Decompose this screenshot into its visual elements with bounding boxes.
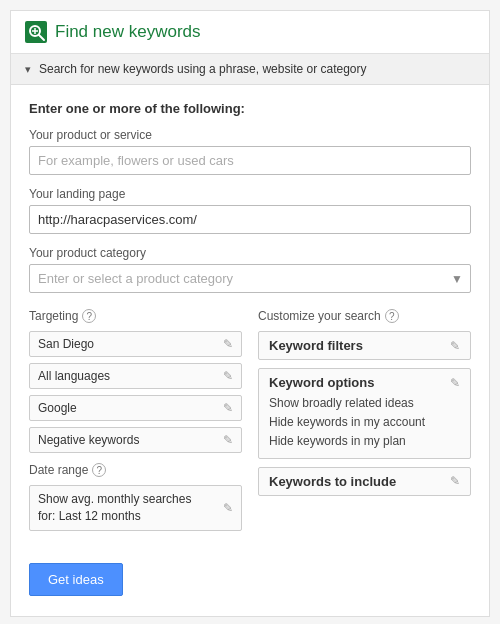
- product-input[interactable]: [29, 146, 471, 175]
- customize-help-icon[interactable]: ?: [385, 309, 399, 323]
- main-container: Find new keywords ▾ Search for new keywo…: [10, 10, 490, 617]
- keywords-include-item[interactable]: Keywords to include ✎: [258, 467, 471, 496]
- toggle-label: Search for new keywords using a phrase, …: [39, 62, 367, 76]
- edit-icon: ✎: [223, 369, 233, 383]
- date-range-box[interactable]: Show avg. monthly searches for: Last 12 …: [29, 485, 242, 531]
- edit-icon: ✎: [223, 501, 233, 515]
- get-ideas-button[interactable]: Get ideas: [29, 563, 123, 596]
- edit-icon: ✎: [450, 376, 460, 390]
- edit-icon: ✎: [450, 474, 460, 488]
- targeting-location[interactable]: San Diego ✎: [29, 331, 242, 357]
- category-label: Your product category: [29, 246, 471, 260]
- category-select[interactable]: Enter or select a product category: [29, 264, 471, 293]
- landing-page-input[interactable]: [29, 205, 471, 234]
- keyword-options-sub: Show broadly related ideas Hide keywords…: [269, 394, 460, 452]
- targeting-network[interactable]: Google ✎: [29, 395, 242, 421]
- two-col-section: Targeting ? San Diego ✎ All languages ✎ …: [29, 309, 471, 531]
- customize-label: Customize your search ?: [258, 309, 471, 323]
- targeting-label: Targeting ?: [29, 309, 242, 323]
- edit-icon: ✎: [223, 401, 233, 415]
- page-header: Find new keywords: [11, 11, 489, 54]
- keyword-filters-item[interactable]: Keyword filters ✎: [258, 331, 471, 360]
- targeting-col: Targeting ? San Diego ✎ All languages ✎ …: [29, 309, 242, 531]
- targeting-negative[interactable]: Negative keywords ✎: [29, 427, 242, 453]
- keyword-options-item[interactable]: Keyword options ✎ Show broadly related i…: [258, 368, 471, 459]
- edit-icon: ✎: [223, 337, 233, 351]
- date-range-label: Date range ?: [29, 463, 242, 477]
- targeting-language[interactable]: All languages ✎: [29, 363, 242, 389]
- section-toggle[interactable]: ▾ Search for new keywords using a phrase…: [11, 54, 489, 85]
- edit-icon: ✎: [450, 339, 460, 353]
- customize-col: Customize your search ? Keyword filters …: [258, 309, 471, 531]
- form-area: Enter one or more of the following: Your…: [11, 85, 489, 549]
- page-title: Find new keywords: [55, 22, 201, 42]
- category-select-wrap: Enter or select a product category ▼: [29, 264, 471, 293]
- landing-label: Your landing page: [29, 187, 471, 201]
- date-range-text: Show avg. monthly searches for: Last 12 …: [38, 491, 191, 525]
- find-keywords-icon: [25, 21, 47, 43]
- form-intro: Enter one or more of the following:: [29, 101, 471, 116]
- edit-icon: ✎: [223, 433, 233, 447]
- targeting-help-icon[interactable]: ?: [82, 309, 96, 323]
- date-range-help-icon[interactable]: ?: [92, 463, 106, 477]
- toggle-arrow-icon: ▾: [25, 63, 31, 76]
- product-label: Your product or service: [29, 128, 471, 142]
